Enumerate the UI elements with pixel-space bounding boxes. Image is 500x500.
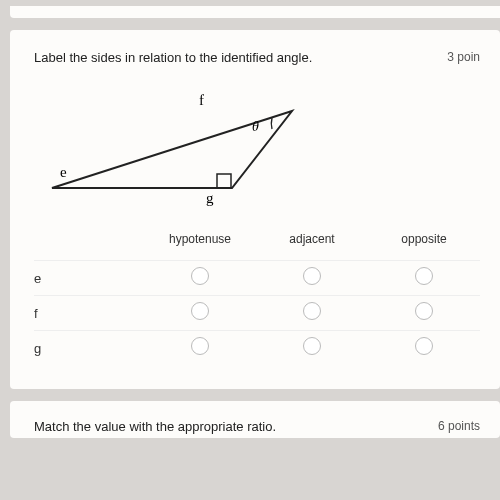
radio-e-adjacent[interactable] bbox=[303, 267, 321, 285]
answer-matrix: hypotenuse adjacent opposite e f g bbox=[34, 232, 480, 365]
question-card-1: Label the sides in relation to the ident… bbox=[10, 30, 500, 389]
matrix-header-row: hypotenuse adjacent opposite bbox=[34, 232, 480, 246]
question-header-2: Match the value with the appropriate rat… bbox=[34, 419, 480, 434]
radio-f-adjacent[interactable] bbox=[303, 302, 321, 320]
matrix-row-g: g bbox=[34, 330, 480, 365]
label-e: e bbox=[60, 164, 67, 180]
matrix-row-e: e bbox=[34, 260, 480, 295]
radio-f-opposite[interactable] bbox=[415, 302, 433, 320]
radio-g-opposite[interactable] bbox=[415, 337, 433, 355]
col-header-adjacent: adjacent bbox=[256, 232, 368, 246]
matrix-row-f: f bbox=[34, 295, 480, 330]
question-prompt: Label the sides in relation to the ident… bbox=[34, 50, 312, 65]
col-header-opposite: opposite bbox=[368, 232, 480, 246]
points-label: 3 poin bbox=[447, 50, 480, 64]
radio-g-adjacent[interactable] bbox=[303, 337, 321, 355]
points-label-2: 6 points bbox=[438, 419, 480, 433]
previous-card-stub bbox=[10, 6, 500, 18]
triangle-svg: f θ e g bbox=[34, 91, 304, 206]
radio-e-hypotenuse[interactable] bbox=[191, 267, 209, 285]
row-label-e: e bbox=[34, 271, 144, 286]
label-g: g bbox=[206, 190, 214, 206]
question-card-2: Match the value with the appropriate rat… bbox=[10, 401, 500, 438]
label-theta: θ bbox=[252, 119, 259, 134]
label-f: f bbox=[199, 92, 204, 108]
radio-g-hypotenuse[interactable] bbox=[191, 337, 209, 355]
radio-e-opposite[interactable] bbox=[415, 267, 433, 285]
row-label-f: f bbox=[34, 306, 144, 321]
row-label-g: g bbox=[34, 341, 144, 356]
radio-f-hypotenuse[interactable] bbox=[191, 302, 209, 320]
triangle-figure: f θ e g bbox=[34, 91, 480, 210]
question-header: Label the sides in relation to the ident… bbox=[34, 50, 480, 65]
col-header-hypotenuse: hypotenuse bbox=[144, 232, 256, 246]
question-prompt-2: Match the value with the appropriate rat… bbox=[34, 419, 276, 434]
